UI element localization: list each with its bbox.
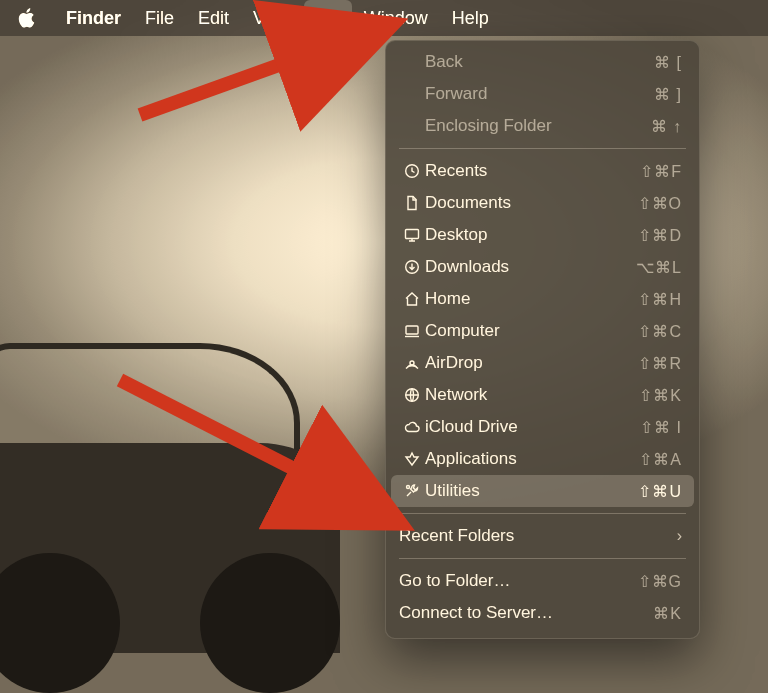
shortcut: ⇧⌘R	[638, 354, 682, 373]
annotation-arrow-to-go	[120, 20, 400, 134]
desktop-wallpaper: Finder File Edit View Go Window Help Bac…	[0, 0, 768, 693]
menu-item-computer[interactable]: Computer⇧⌘C	[385, 315, 700, 347]
car-wheel	[0, 553, 120, 693]
menu-item-documents[interactable]: Documents⇧⌘O	[385, 187, 700, 219]
menu-item-recent-folders[interactable]: Recent Folders ›	[385, 520, 700, 552]
menu-item-desktop[interactable]: Desktop⇧⌘D	[385, 219, 700, 251]
menu-item-label: Desktop	[425, 225, 638, 245]
shortcut: ⇧⌘K	[639, 386, 682, 405]
shortcut: ⇧⌘O	[638, 194, 682, 213]
menu-item-label: Utilities	[425, 481, 638, 501]
menu-item-label: Go to Folder…	[399, 571, 638, 591]
menu-item-network[interactable]: Network⇧⌘K	[385, 379, 700, 411]
menu-item-label: Connect to Server…	[399, 603, 653, 623]
menu-item-label: Downloads	[425, 257, 636, 277]
menu-item-utilities[interactable]: Utilities⇧⌘U	[391, 475, 694, 507]
svg-rect-3	[406, 326, 418, 334]
menu-item-go-to-folder[interactable]: Go to Folder…⇧⌘G	[385, 565, 700, 597]
shortcut: ⇧⌘U	[638, 482, 682, 501]
menu-item-connect-to-server[interactable]: Connect to Server…⌘K	[385, 597, 700, 629]
shortcut: ⇧⌘F	[640, 162, 682, 181]
menu-item-label: Home	[425, 289, 638, 309]
desktop-icon	[399, 227, 425, 243]
menu-item-label: iCloud Drive	[425, 417, 640, 437]
menu-item-label: Computer	[425, 321, 638, 341]
menu-item-enclosing-folder: Enclosing Folder⌘ ↑	[385, 110, 700, 142]
menu-item-icloud-drive[interactable]: iCloud Drive⇧⌘ I	[385, 411, 700, 443]
menu-help[interactable]: Help	[440, 0, 501, 36]
document-icon	[399, 195, 425, 211]
menu-item-label: Back	[425, 52, 654, 72]
menu-item-label: Documents	[425, 193, 638, 213]
computer-icon	[399, 323, 425, 339]
menu-item-label: Forward	[425, 84, 654, 104]
apple-menu-icon[interactable]	[18, 8, 36, 28]
shortcut: ⌘ ↑	[651, 117, 682, 136]
shortcut: ⇧⌘G	[638, 572, 682, 591]
menu-separator	[399, 148, 686, 149]
car-wheel	[200, 553, 340, 693]
menu-item-label: Recent Folders	[399, 526, 677, 546]
menu-item-applications[interactable]: Applications⇧⌘A	[385, 443, 700, 475]
shortcut: ⌘K	[653, 604, 682, 623]
svg-line-8	[120, 380, 390, 518]
svg-rect-1	[406, 230, 419, 239]
download-icon	[399, 259, 425, 275]
shortcut: ⇧⌘ I	[640, 418, 682, 437]
shortcut: ⇧⌘C	[638, 322, 682, 341]
airdrop-icon	[399, 355, 425, 371]
go-dropdown-menu: Back⌘ [ Forward⌘ ] Enclosing Folder⌘ ↑ R…	[385, 40, 700, 639]
svg-line-7	[140, 28, 382, 115]
menu-item-label: Network	[425, 385, 639, 405]
shortcut: ⌥⌘L	[636, 258, 682, 277]
menu-item-airdrop[interactable]: AirDrop⇧⌘R	[385, 347, 700, 379]
menu-item-recents[interactable]: Recents⇧⌘F	[385, 155, 700, 187]
menu-separator	[399, 558, 686, 559]
shortcut: ⇧⌘D	[638, 226, 682, 245]
menu-item-downloads[interactable]: Downloads⌥⌘L	[385, 251, 700, 283]
menu-item-home[interactable]: Home⇧⌘H	[385, 283, 700, 315]
menu-item-label: AirDrop	[425, 353, 638, 373]
home-icon	[399, 291, 425, 307]
menu-item-forward: Forward⌘ ]	[385, 78, 700, 110]
menu-item-label: Applications	[425, 449, 639, 469]
menu-separator	[399, 513, 686, 514]
shortcut: ⇧⌘A	[639, 450, 682, 469]
shortcut: ⌘ ]	[654, 85, 682, 104]
shortcut: ⇧⌘H	[638, 290, 682, 309]
chevron-right-icon: ›	[677, 527, 682, 545]
menu-item-label: Recents	[425, 161, 640, 181]
shortcut: ⌘ [	[654, 53, 682, 72]
menu-item-back: Back⌘ [	[385, 46, 700, 78]
menu-item-label: Enclosing Folder	[425, 116, 651, 136]
clock-icon	[399, 163, 425, 179]
annotation-arrow-to-utilities	[110, 370, 410, 544]
